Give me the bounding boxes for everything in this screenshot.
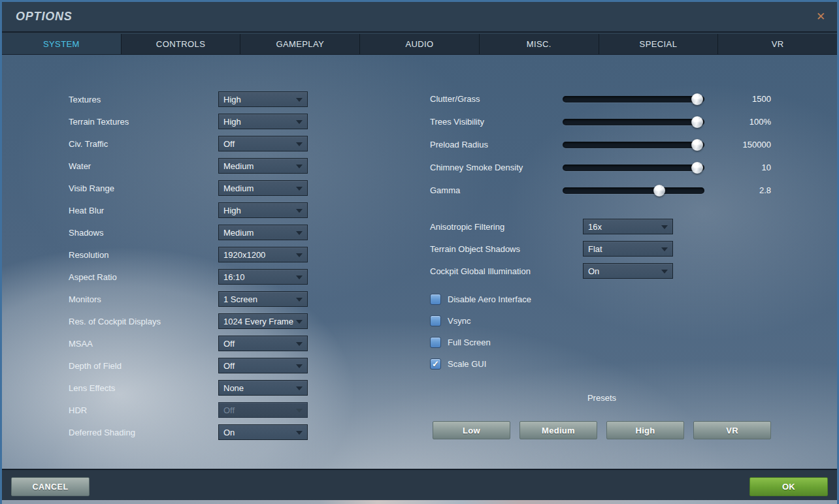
tab-special[interactable]: SPECIAL [599, 34, 719, 54]
scale-gui-label: Scale GUI [448, 359, 486, 369]
slider-column: Clutter/Grass 1500 Trees Visibility 100%… [430, 87, 771, 202]
preset-vr-button[interactable]: VR [693, 421, 771, 439]
clutter-grass-slider[interactable] [563, 96, 704, 102]
gamma-slider[interactable] [563, 187, 704, 194]
clutter-grass-value: 1500 [704, 94, 771, 104]
visib-range-label: Visib Range [69, 183, 114, 193]
left-settings-column: Textures High Terrain Textures High Civ.… [69, 88, 308, 443]
chevron-down-icon [296, 165, 303, 168]
chimney-smoke-density-label: Chimney Smoke Density [430, 163, 563, 172]
system-settings-panel: Textures High Terrain Textures High Civ.… [2, 55, 837, 469]
checkbox-row: ✓ Full Screen [430, 332, 531, 353]
background-edge-strip [2, 500, 837, 504]
options-window: OPTIONS ✕ SYSTEM CONTROLS GAMEPLAY AUDIO… [0, 0, 839, 504]
trees-visibility-slider[interactable] [563, 119, 704, 125]
textures-label: Textures [69, 95, 101, 104]
deferred-shading-dropdown[interactable]: On [218, 424, 308, 440]
terrain-object-shadows-dropdown[interactable]: Flat [583, 241, 673, 257]
full-screen-label: Full Screen [448, 338, 491, 347]
terrain-object-shadows-label: Terrain Object Shadows [430, 244, 520, 254]
full-screen-checkbox[interactable]: ✓ [430, 337, 441, 348]
chevron-down-icon [296, 98, 303, 102]
dropdown-value: Off [223, 139, 235, 149]
slider-handle[interactable] [653, 185, 665, 197]
setting-row: Textures High [69, 88, 308, 110]
setting-row: Resolution 1920x1200 [69, 244, 308, 266]
visib-range-dropdown[interactable]: Medium [218, 180, 308, 196]
tab-gameplay[interactable]: GAMEPLAY [240, 34, 360, 54]
ok-button[interactable]: OK [749, 477, 828, 496]
setting-row: Res. of Cockpit Displays 1024 Every Fram… [69, 310, 308, 332]
msaa-label: MSAA [69, 339, 93, 349]
vsync-label: Vsync [448, 316, 470, 326]
setting-row: Shadows Medium [69, 221, 308, 244]
chevron-down-icon [661, 270, 668, 274]
close-icon[interactable]: ✕ [812, 8, 829, 25]
terrain-textures-dropdown[interactable]: High [218, 114, 308, 129]
vsync-checkbox[interactable]: ✓ [430, 315, 441, 326]
setting-row: Depth of Field Off [69, 354, 308, 377]
tab-system[interactable]: SYSTEM [2, 34, 122, 54]
chevron-down-icon [296, 409, 303, 413]
cancel-button[interactable]: CANCEL [11, 477, 90, 496]
scale-gui-checkbox[interactable]: ✓ [430, 358, 441, 370]
tab-vr[interactable]: VR [718, 34, 837, 54]
dropdown-value: Off [223, 405, 235, 415]
water-label: Water [69, 161, 91, 171]
cockpit-global-illumination-dropdown[interactable]: On [583, 263, 673, 279]
tab-audio[interactable]: AUDIO [360, 34, 480, 54]
civ-traffic-label: Civ. Traffic [69, 139, 108, 149]
terrain-textures-label: Terrain Textures [69, 117, 129, 127]
chevron-down-icon [296, 386, 303, 390]
slider-handle[interactable] [691, 93, 703, 105]
slider-handle[interactable] [691, 162, 703, 174]
chimney-smoke-density-value: 10 [704, 163, 771, 172]
disable-aero-interface-label: Disable Aero Interface [448, 294, 531, 304]
setting-row: Aspect Ratio 16:10 [69, 266, 308, 288]
cockpit-displays-res-dropdown[interactable]: 1024 Every Frame [218, 313, 308, 329]
heat-blur-dropdown[interactable]: High [218, 202, 308, 218]
anisotropic-filtering-dropdown[interactable]: 16x [583, 219, 673, 234]
checkbox-column: ✓ Disable Aero Interface ✓ Vsync ✓ Full … [430, 289, 531, 375]
dropdown-value: On [223, 428, 235, 437]
heat-blur-label: Heat Blur [69, 206, 104, 215]
setting-row: MSAA Off [69, 332, 308, 354]
slider-handle[interactable] [691, 139, 703, 151]
dropdown-value: 1920x1200 [223, 250, 265, 260]
dropdown-value: High [223, 117, 241, 127]
resolution-dropdown[interactable]: 1920x1200 [218, 247, 308, 262]
civ-traffic-dropdown[interactable]: Off [218, 136, 308, 151]
preload-radius-slider[interactable] [563, 142, 704, 148]
water-dropdown[interactable]: Medium [218, 158, 308, 174]
tab-misc[interactable]: MISC. [480, 34, 599, 54]
slider-handle[interactable] [691, 116, 703, 128]
aspect-ratio-dropdown[interactable]: 16:10 [218, 269, 308, 285]
setting-row: Monitors 1 Screen [69, 288, 308, 310]
dropdown-value: On [588, 266, 599, 276]
anisotropic-filtering-label: Anisotropic Filtering [430, 222, 504, 232]
checkbox-row: ✓ Scale GUI [430, 353, 531, 375]
setting-row: Anisotropic Filtering 16x [430, 215, 673, 238]
preset-high-button[interactable]: High [606, 421, 684, 439]
slider-row: Clutter/Grass 1500 [430, 87, 771, 110]
shadows-dropdown[interactable]: Medium [218, 225, 308, 240]
footer-bar: CANCEL OK [2, 469, 837, 500]
chimney-smoke-density-slider[interactable] [563, 165, 704, 171]
page-title: OPTIONS [16, 10, 73, 24]
setting-row: Lens Effects None [69, 377, 308, 399]
depth-of-field-dropdown[interactable]: Off [218, 358, 308, 373]
tab-controls[interactable]: CONTROLS [122, 34, 241, 54]
msaa-dropdown[interactable]: Off [218, 336, 308, 351]
chevron-down-icon [296, 364, 303, 368]
lens-effects-dropdown[interactable]: None [218, 380, 308, 396]
setting-row: Visib Range Medium [69, 177, 308, 199]
slider-row: Preload Radius 150000 [430, 133, 771, 156]
chevron-down-icon [296, 209, 303, 213]
textures-dropdown[interactable]: High [218, 91, 308, 107]
chevron-down-icon [296, 342, 303, 346]
preset-medium-button[interactable]: Medium [519, 421, 597, 439]
monitors-dropdown[interactable]: 1 Screen [218, 291, 308, 307]
chevron-down-icon [296, 276, 303, 279]
preset-low-button[interactable]: Low [433, 421, 510, 439]
disable-aero-interface-checkbox[interactable]: ✓ [430, 294, 441, 305]
